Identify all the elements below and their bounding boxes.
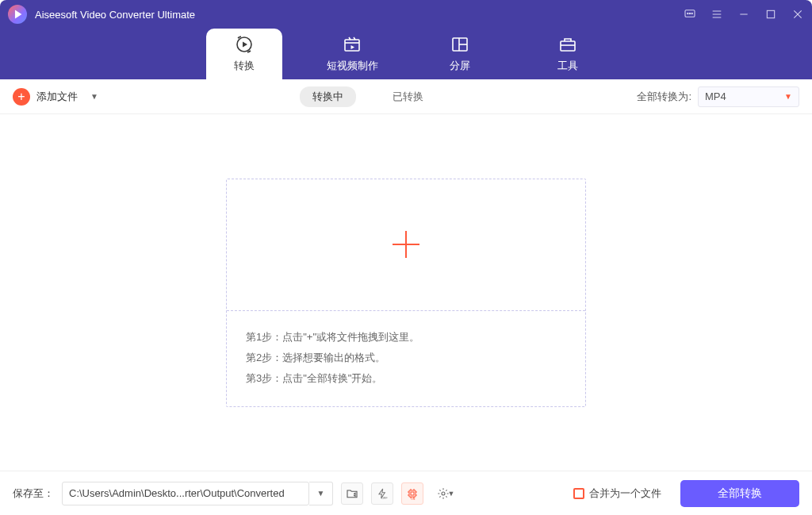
instruction-steps: 第1步：点击"+"或将文件拖拽到这里。 第2步：选择想要输出的格式。 第3步：点… — [227, 311, 585, 406]
plus-icon — [388, 226, 424, 263]
svg-marker-0 — [16, 11, 21, 17]
checkbox-icon — [573, 488, 584, 499]
svg-marker-15 — [351, 45, 355, 49]
minimize-icon[interactable] — [737, 8, 750, 21]
tab-collage[interactable]: 分屏 — [422, 29, 498, 79]
svg-text:OFF: OFF — [381, 496, 389, 500]
feedback-icon[interactable] — [684, 8, 696, 21]
output-path-dropdown[interactable]: ▼ — [309, 482, 333, 505]
tab-collage-label: 分屏 — [450, 59, 470, 73]
toolbox-icon — [558, 35, 577, 54]
dropzone-add-area[interactable] — [227, 179, 585, 311]
add-file-button[interactable]: + 添加文件 ▼ — [13, 88, 98, 106]
lightning-icon: OFF — [376, 487, 389, 500]
merge-label: 合并为一个文件 — [589, 486, 661, 501]
plus-circle-icon: + — [13, 88, 30, 106]
format-value: MP4 — [705, 90, 726, 102]
chevron-down-icon: ▼ — [448, 490, 455, 498]
chip-icon: ON — [406, 487, 419, 500]
svg-point-4 — [691, 13, 692, 13]
chevron-down-icon[interactable]: ▼ — [90, 92, 98, 101]
tab-converting[interactable]: 转换中 — [300, 86, 356, 107]
svg-marker-13 — [243, 42, 247, 48]
app-logo — [8, 5, 27, 24]
convert-icon — [235, 35, 254, 54]
svg-point-2 — [688, 13, 688, 13]
convert-all-to: 全部转换为: MP4 ▼ — [637, 86, 799, 107]
mv-icon — [343, 35, 362, 54]
maximize-icon[interactable] — [764, 8, 777, 21]
format-dropdown[interactable]: MP4 ▼ — [698, 86, 799, 107]
chevron-down-icon: ▼ — [784, 92, 792, 101]
window-controls — [684, 8, 804, 21]
output-path-text: C:\Users\Admin\Deskto...rter\Output\Conv… — [69, 487, 285, 499]
menu-icon[interactable] — [710, 8, 723, 21]
bottombar: 保存至： C:\Users\Admin\Deskto...rter\Output… — [0, 471, 812, 515]
merge-checkbox[interactable]: 合并为一个文件 — [573, 486, 661, 501]
main-content: 第1步：点击"+"或将文件拖拽到这里。 第2步：选择想要输出的格式。 第3步：点… — [0, 114, 812, 471]
svg-text:ON: ON — [411, 498, 416, 500]
app-title: Aiseesoft Video Converter Ultimate — [35, 9, 684, 21]
svg-rect-14 — [345, 40, 359, 51]
open-folder-button[interactable] — [341, 482, 363, 505]
tab-convert[interactable]: 转换 — [206, 29, 282, 79]
convert-all-button[interactable]: 全部转换 — [680, 480, 799, 507]
svg-rect-9 — [767, 10, 774, 17]
step-2: 第2步：选择想要输出的格式。 — [246, 348, 566, 368]
svg-rect-19 — [561, 41, 575, 51]
tab-mv[interactable]: 短视频制作 — [314, 29, 390, 79]
convert-all-button-label: 全部转换 — [718, 486, 762, 501]
save-to-label: 保存至： — [13, 486, 54, 501]
top-tabs: 转换 短视频制作 分屏 工具 — [0, 29, 812, 79]
svg-rect-24 — [411, 492, 414, 495]
svg-point-3 — [689, 13, 690, 13]
dropzone: 第1步：点击"+"或将文件拖拽到这里。 第2步：选择想要输出的格式。 第3步：点… — [226, 179, 586, 407]
close-icon[interactable] — [791, 8, 804, 21]
settings-button[interactable]: ▼ — [431, 482, 460, 505]
step-3: 第3步：点击"全部转换"开始。 — [246, 368, 566, 389]
tab-converted[interactable]: 已转换 — [380, 86, 436, 107]
convert-all-label: 全部转换为: — [637, 90, 691, 104]
gpu-button[interactable]: ON — [401, 482, 423, 505]
app-window: Aiseesoft Video Converter Ultimate 转换 短视… — [0, 0, 812, 515]
tab-toolbox-label: 工具 — [557, 59, 578, 73]
add-file-label: 添加文件 — [36, 90, 78, 104]
tab-convert-label: 转换 — [234, 59, 255, 73]
svg-point-34 — [442, 492, 445, 495]
folder-icon — [346, 487, 358, 500]
titlebar: Aiseesoft Video Converter Ultimate — [0, 0, 812, 29]
svg-rect-23 — [409, 490, 416, 497]
step-1: 第1步：点击"+"或将文件拖拽到这里。 — [246, 327, 566, 348]
output-path[interactable]: C:\Users\Admin\Deskto...rter\Output\Conv… — [62, 482, 309, 505]
tab-toolbox[interactable]: 工具 — [530, 29, 606, 79]
status-tabs: 转换中 已转换 — [98, 86, 637, 107]
collage-icon — [450, 35, 469, 54]
hardware-accel-button[interactable]: OFF — [371, 482, 393, 505]
toolbar: + 添加文件 ▼ 转换中 已转换 全部转换为: MP4 ▼ — [0, 79, 812, 114]
tab-mv-label: 短视频制作 — [327, 59, 378, 73]
